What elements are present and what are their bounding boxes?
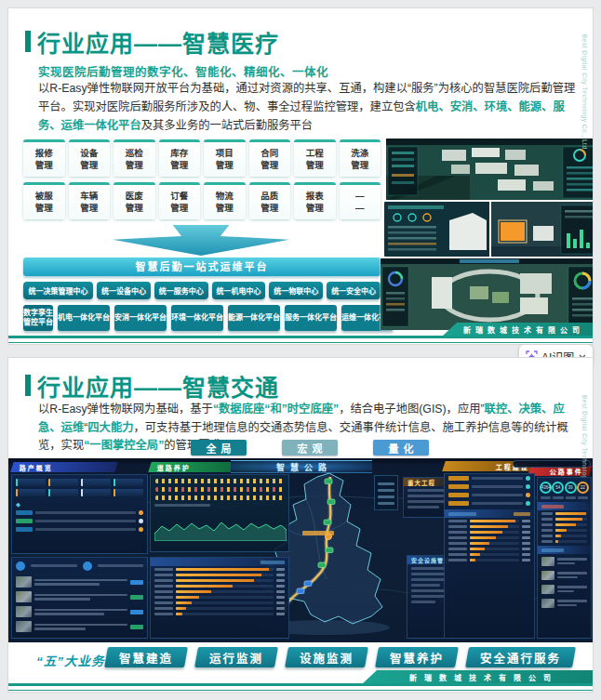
panel-maintenance-bars <box>150 557 289 639</box>
slide2-body-seg: 以R-Easy弹性物联网为基础，基于 <box>38 403 213 416</box>
slide2-body-highlight: “一图掌控全局” <box>84 439 164 452</box>
gauge: 39 <box>565 482 577 494</box>
platform-block: 环境一体化平台 <box>171 305 223 331</box>
module-cell: 库存管理 <box>159 139 201 177</box>
platform-block: 服务一体化平台 <box>285 305 337 331</box>
module-cell: 品质管理 <box>249 182 291 219</box>
datetime-chip <box>513 460 591 468</box>
module-cell: 报修管理 <box>23 139 65 177</box>
gauge: 4364 <box>540 482 552 494</box>
slide1-subtitle: 实现医院后勤管理的数字化、智能化、精细化、一体化 <box>38 62 328 80</box>
slide2-body-highlight: “数据底座“和”时空底座” <box>213 403 339 416</box>
slide-smart-transport[interactable]: 行业应用——智慧交通 以R-Easy弹性物联网为基础，基于“数据底座“和”时空底… <box>7 357 594 693</box>
module-cell: 工程管理 <box>294 139 336 177</box>
view-mode-buttons: 全局 宏观 量化 <box>191 440 429 456</box>
biz-button-operation: 运行监测 <box>194 647 278 667</box>
view-button-quantify: 量化 <box>373 440 429 456</box>
panel-incident-photo-list <box>11 557 148 639</box>
footer-rule-thin <box>8 342 593 343</box>
center-button: 统一服务中心 <box>154 282 208 299</box>
slide2-title: 行业应用——智慧交通 <box>37 369 279 403</box>
module-grid: 报修管理 设备管理 巡检管理 库存管理 项目管理 合同管理 工程管理 洗涤管理 … <box>23 139 381 219</box>
platform-block: 安消一体化平台 <box>114 305 167 331</box>
gauge: 54 <box>552 482 564 494</box>
center-button: 统一机电中心 <box>212 282 266 299</box>
module-cell: 巡检管理 <box>114 139 155 177</box>
panel-road-events: 4364 54 39 22 <box>537 477 592 639</box>
integrated-platforms-row: 数字孪生管控平台 机电一体化平台 安消一体化平台 环境一体化平台 能源一体化平台… <box>23 305 381 331</box>
module-cell: —— <box>340 182 381 219</box>
area-chart <box>154 509 287 541</box>
panel-maintenance-charts <box>150 474 289 552</box>
hospital-dashboard-screenshot-2 <box>384 202 594 257</box>
module-cell: 物流管理 <box>204 182 246 219</box>
module-cell: 报表管理 <box>294 182 336 219</box>
module-cell: 订餐管理 <box>159 182 201 219</box>
platform-block: 机电一体化平台 <box>58 305 110 331</box>
ribbon-road-assets: 路产概览 <box>10 462 118 472</box>
hospital-dashboard-screenshot-3 <box>381 258 594 330</box>
funnel-arrow <box>113 225 289 256</box>
platform-bar: 智慧后勤一站式运维平台 <box>23 258 381 276</box>
platform-block: 数字孪生管控平台 <box>23 305 53 331</box>
center-button: 统一决策管理中心 <box>23 282 93 299</box>
center-button: 统一设备中心 <box>97 282 151 299</box>
slide2-body-highlight: 四大能力 <box>87 421 133 434</box>
biz-button-safety: 安全通行服务 <box>465 647 576 667</box>
slide1-body: 以R-Easy弹性物联网开放平台为基础，通过对资源的共享、互通，构建以“服务”为… <box>38 80 583 136</box>
module-cell: 设备管理 <box>69 139 111 177</box>
module-cell: 洗涤管理 <box>340 139 381 177</box>
slide-smart-healthcare[interactable]: 行业应用——智慧医疗 实现医院后勤管理的数字化、智能化、精细化、一体化 以R-E… <box>7 7 594 345</box>
event-gauges: 4364 54 39 22 <box>538 478 591 495</box>
footer-rule-thin <box>8 690 593 691</box>
panel-road-assets-stats: ◆ <box>11 474 148 554</box>
view-button-global: 全局 <box>191 440 247 456</box>
company-footer-band: 新瑞数城技术有限公司 <box>362 670 593 684</box>
module-cell: 合同管理 <box>249 139 291 177</box>
slide1-body-seg2: 及其多业务的一站式后勤服务平台 <box>141 119 313 132</box>
view-button-macro: 宏观 <box>282 440 338 456</box>
slide2-body-seg: ，结合电子地图(GIS)，应用” <box>339 403 484 416</box>
traffic-dashboard-screenshot: 路产概览 道路养护 工程建设 公路事件 智慧公路 ◆ <box>8 458 594 642</box>
title-accent-bar <box>25 375 31 396</box>
title-accent-bar <box>25 31 31 52</box>
slide1-title: 行业应用——智慧医疗 <box>37 25 279 59</box>
map-layer-menu <box>374 475 398 510</box>
biz-button-maintenance: 智慧养护 <box>375 647 459 667</box>
module-cell: 被服管理 <box>23 182 65 219</box>
module-cell: 车辆管理 <box>69 182 111 219</box>
company-footer-band: 新瑞数城技术有限公司 <box>442 323 593 337</box>
side-note-vertical: Best Digital City Technology Co., Ltd <box>581 34 588 150</box>
biz-button-facility: 设施监测 <box>285 647 368 667</box>
unified-centers-row: 统一决策管理中心 统一设备中心 统一服务中心 统一机电中心 统一物联中心 统一安… <box>23 282 381 299</box>
gauge: 22 <box>577 482 589 494</box>
center-button: 统一安全中心 <box>327 282 381 299</box>
platform-block: 能源一体化平台 <box>228 305 280 331</box>
module-cell: 医废管理 <box>114 182 155 219</box>
hospital-dashboard-screenshot-1 <box>386 139 594 200</box>
panel-construction <box>444 473 535 639</box>
business-buttons-row: 智慧建造 运行监测 设施监测 智慧养护 安全通行服务 <box>106 647 574 667</box>
footer-rule <box>8 683 593 686</box>
center-button: 统一物联中心 <box>269 282 323 299</box>
footer-rule <box>8 336 593 338</box>
module-cell: 项目管理 <box>204 139 246 177</box>
biz-button-construction: 智慧建造 <box>104 647 188 667</box>
